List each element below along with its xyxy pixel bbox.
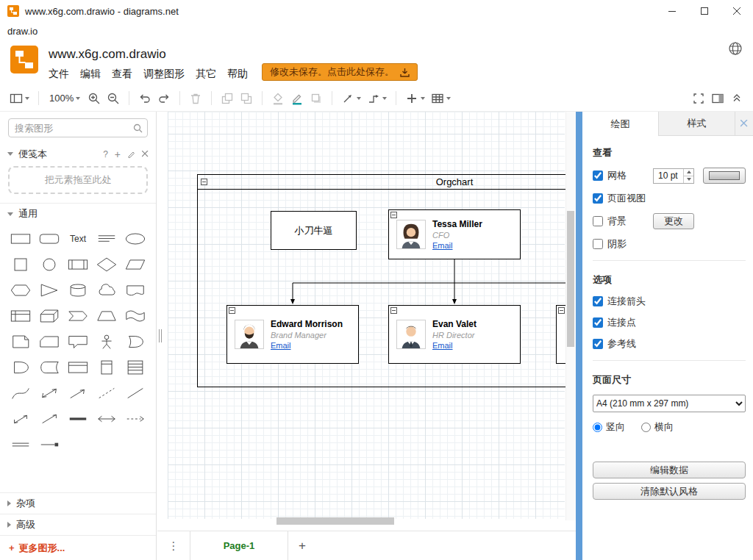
language-globe-icon[interactable]: [728, 41, 743, 56]
view-panels-button[interactable]: [7, 89, 32, 108]
shape-triangle[interactable]: [35, 281, 63, 299]
node-evan-valet[interactable]: Evan Valet HR Director Email: [388, 305, 521, 364]
table-dropdown[interactable]: [429, 89, 453, 108]
shape-callout[interactable]: [63, 333, 92, 351]
shape-actor[interactable]: [93, 333, 121, 351]
document-title[interactable]: www.x6g.com.drawio: [49, 47, 166, 62]
shape-container[interactable]: [63, 359, 92, 376]
shape-process[interactable]: [63, 256, 92, 273]
zoom-out-button[interactable]: [104, 89, 122, 108]
maximize-button[interactable]: [688, 0, 721, 22]
shape-square[interactable]: [6, 256, 35, 273]
shadow-checkbox[interactable]: [593, 239, 603, 249]
redo-button[interactable]: [155, 89, 173, 108]
landscape-radio[interactable]: [641, 423, 651, 432]
edit-data-button[interactable]: 编辑数据: [593, 462, 746, 478]
shape-step[interactable]: [63, 307, 92, 325]
misc-section-header[interactable]: 杂项: [0, 492, 156, 514]
email-link[interactable]: Email: [271, 341, 343, 350]
scratchpad-add-icon[interactable]: +: [115, 148, 121, 160]
minimize-button[interactable]: [656, 0, 688, 22]
shape-square-end-edge[interactable]: [35, 436, 63, 453]
diagram-canvas[interactable]: Orgchart 小刀牛逼 Tessa Miller CFO Email: [157, 112, 576, 531]
collapse-container-button[interactable]: [201, 179, 207, 185]
node-tessa-miller[interactable]: Tessa Miller CFO Email: [388, 209, 521, 259]
background-checkbox[interactable]: [593, 216, 603, 226]
shape-rounded-rectangle[interactable]: [35, 230, 63, 248]
unsaved-changes-button[interactable]: 修改未保存。点击此处保存。: [262, 63, 418, 81]
scratchpad-close-icon[interactable]: [142, 151, 149, 157]
shape-bidirectional-connector[interactable]: [6, 410, 35, 428]
page-tab-1[interactable]: Page-1: [190, 531, 288, 560]
shape-vertical-container[interactable]: [93, 359, 121, 376]
email-link[interactable]: Email: [432, 341, 477, 350]
guides-checkbox[interactable]: [593, 339, 603, 349]
node-edward-morrison[interactable]: Edward Morrison Brand Manager Email: [226, 305, 359, 364]
connection-arrows-checkbox[interactable]: [593, 296, 603, 306]
collapse-node-button[interactable]: [390, 212, 397, 218]
to-back-button[interactable]: [238, 89, 255, 108]
portrait-radio[interactable]: [593, 423, 602, 432]
waypoint-style-dropdown[interactable]: [365, 89, 389, 108]
shape-cube[interactable]: [35, 307, 63, 325]
shape-textbox[interactable]: [93, 230, 121, 248]
delete-button[interactable]: [187, 89, 204, 108]
menu-file[interactable]: 文件: [49, 68, 69, 81]
change-background-button[interactable]: 更改: [653, 213, 694, 229]
grid-size-spinner[interactable]: [683, 169, 693, 183]
menu-help[interactable]: 帮助: [227, 68, 248, 81]
shape-double-arrow-edge[interactable]: [93, 410, 121, 428]
collapse-node-button[interactable]: [390, 307, 397, 314]
connection-style-dropdown[interactable]: [339, 89, 363, 108]
shape-curve[interactable]: [6, 384, 35, 402]
shape-circle[interactable]: [35, 256, 63, 273]
menu-extras[interactable]: 其它: [196, 68, 216, 81]
shape-data-storage[interactable]: [35, 359, 63, 376]
scratchpad-drop-zone[interactable]: 把元素拖至此处: [8, 166, 148, 194]
menu-view[interactable]: 查看: [112, 68, 132, 81]
shape-list[interactable]: [121, 359, 150, 376]
shape-rectangle[interactable]: [6, 230, 35, 248]
page-view-checkbox[interactable]: [593, 193, 603, 204]
zoom-in-button[interactable]: [85, 89, 103, 108]
shape-cloud[interactable]: [93, 281, 121, 299]
format-panel-toggle-button[interactable]: [709, 89, 727, 108]
close-format-panel-button[interactable]: [735, 112, 753, 136]
shape-or[interactable]: [121, 333, 150, 351]
fullscreen-button[interactable]: [690, 89, 707, 108]
canvas-horizontal-scrollbar-thumb[interactable]: [276, 517, 394, 525]
shape-dashed-line[interactable]: [93, 384, 121, 402]
more-shapes-button[interactable]: + 更多图形...: [0, 535, 156, 560]
collapse-node-button[interactable]: [229, 307, 235, 314]
shape-internal-storage[interactable]: [6, 307, 35, 325]
fill-color-button[interactable]: [269, 89, 287, 108]
shape-cylinder[interactable]: [63, 281, 92, 299]
shape-link[interactable]: [63, 410, 92, 428]
grid-color-button[interactable]: [703, 168, 746, 184]
tab-diagram[interactable]: 绘图: [582, 112, 659, 136]
shape-and[interactable]: [6, 359, 35, 376]
add-page-button[interactable]: +: [288, 531, 316, 560]
shape-trapezoid[interactable]: [93, 307, 121, 325]
line-color-button[interactable]: [288, 89, 306, 108]
shape-hexagon[interactable]: [6, 281, 35, 299]
connection-points-checkbox[interactable]: [593, 317, 603, 328]
shape-tape[interactable]: [121, 307, 150, 325]
sidebar-splitter-handle[interactable]: [159, 329, 162, 342]
email-link[interactable]: Email: [432, 241, 482, 250]
to-front-button[interactable]: [218, 89, 236, 108]
shape-bidirectional-arrow[interactable]: [35, 384, 63, 402]
shape-diamond[interactable]: [93, 256, 121, 273]
shape-bold-link[interactable]: [6, 436, 35, 453]
collapse-toolbar-button[interactable]: [728, 89, 746, 108]
scratchpad-edit-icon[interactable]: [127, 150, 135, 158]
shape-document[interactable]: [121, 281, 150, 299]
shape-parallelogram[interactable]: [121, 256, 150, 273]
node-plain[interactable]: 小刀牛逼: [271, 211, 357, 250]
undo-button[interactable]: [136, 89, 154, 108]
menu-edit[interactable]: 编辑: [80, 68, 101, 81]
zoom-level-dropdown[interactable]: 100%: [46, 89, 84, 108]
shape-arrow[interactable]: [63, 384, 92, 402]
shape-note[interactable]: [6, 333, 35, 351]
advanced-section-header[interactable]: 高级: [0, 514, 156, 535]
